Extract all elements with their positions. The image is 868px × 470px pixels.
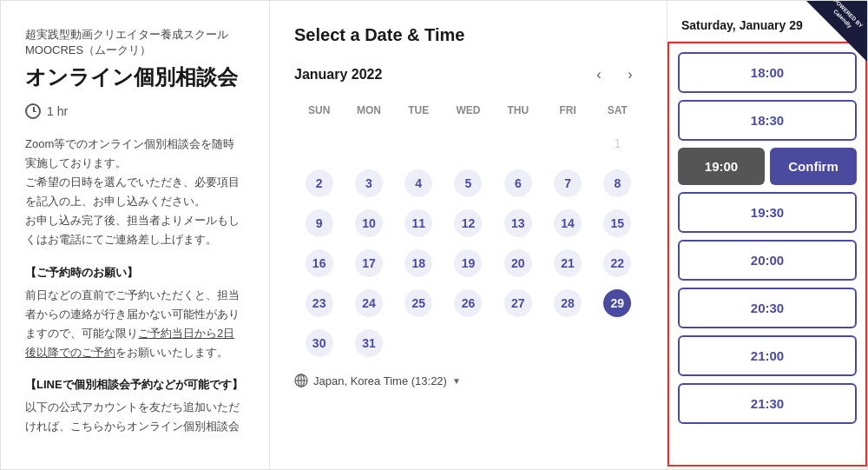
cal-cell-30[interactable]: 30 xyxy=(294,325,344,361)
notice1-link[interactable]: ご予約当日から2日後以降でのご予約 xyxy=(25,327,234,359)
header-tue: TUE xyxy=(394,101,444,120)
event-title: オンライン個別相談会 xyxy=(25,63,245,90)
cal-cell-8[interactable]: 8 xyxy=(593,165,642,202)
time-slot-2130[interactable]: 21:30 xyxy=(678,383,857,424)
header-sat: SAT xyxy=(593,101,642,120)
time-slot-2100[interactable]: 21:00 xyxy=(678,335,857,376)
center-panel: Select a Date & Time January 2022 ‹ › SU… xyxy=(270,1,667,469)
confirm-button[interactable]: Confirm xyxy=(770,148,857,185)
header-mon: MON xyxy=(344,101,393,120)
time-slot-1900[interactable]: 19:00 Confirm xyxy=(678,148,857,185)
notice-block-1: 【ご予約時のお願い】 前日などの直前でご予約いただくと、担当者からの連絡が行き届… xyxy=(25,265,245,362)
cal-cell-16[interactable]: 16 xyxy=(294,245,344,281)
org-name: 超実践型動画クリエイター養成スクールMOOCRES（ムークリ） xyxy=(25,27,245,58)
cal-cell-22[interactable]: 22 xyxy=(593,245,642,281)
cal-cell-23[interactable]: 23 xyxy=(294,285,344,321)
cal-cell-empty xyxy=(593,325,642,361)
cal-cell-24[interactable]: 24 xyxy=(344,285,393,321)
timezone-label: Japan, Korea Time (13:22) xyxy=(313,374,447,387)
cal-cell-31[interactable]: 31 xyxy=(344,325,393,361)
cal-cell-empty xyxy=(493,125,542,162)
cal-cell-11[interactable]: 11 xyxy=(394,205,444,242)
cal-cell-27[interactable]: 27 xyxy=(493,285,542,321)
cal-cell-10[interactable]: 10 xyxy=(344,205,393,242)
cal-cell-28[interactable]: 28 xyxy=(542,285,592,321)
cal-cell-20[interactable]: 20 xyxy=(493,245,542,281)
globe-icon xyxy=(294,374,308,387)
header-thu: THU xyxy=(493,101,542,120)
calendar-header: SUN MON TUE WED THU FRI SAT xyxy=(294,101,642,120)
cal-cell-empty xyxy=(294,125,344,162)
cal-cell-5[interactable]: 5 xyxy=(444,165,493,202)
cal-cell-14[interactable]: 14 xyxy=(542,205,592,242)
cal-cell-6[interactable]: 6 xyxy=(493,165,542,202)
cal-cell-empty xyxy=(444,325,493,361)
page-wrapper: 超実践型動画クリエイター養成スクールMOOCRES（ムークリ） オンライン個別相… xyxy=(0,0,868,470)
cal-cell-17[interactable]: 17 xyxy=(344,245,393,281)
cal-cell-13[interactable]: 13 xyxy=(493,205,542,242)
clock-icon xyxy=(25,103,41,119)
cal-cell-4[interactable]: 4 xyxy=(394,165,444,202)
left-panel: 超実践型動画クリエイター養成スクールMOOCRES（ムークリ） オンライン個別相… xyxy=(1,1,270,469)
cal-cell-21[interactable]: 21 xyxy=(542,245,592,281)
cal-cell-29[interactable]: 29 xyxy=(593,285,642,321)
cal-cell-12[interactable]: 12 xyxy=(444,205,493,242)
cal-cell-18[interactable]: 18 xyxy=(394,245,444,281)
cal-cell-empty xyxy=(493,325,542,361)
cal-cell-19[interactable]: 19 xyxy=(444,245,493,281)
right-panel: Saturday, January 29 18:00 18:30 19:00 C… xyxy=(667,1,867,469)
time-slot-1930[interactable]: 19:30 xyxy=(678,192,857,233)
cal-cell-1: 1 xyxy=(593,125,642,162)
notice2-text: 以下の公式アカウントを友だち追加いただければ、こちらからオンライン個別相談会 xyxy=(25,398,245,436)
header-wed: WED xyxy=(444,101,493,120)
cal-cell-empty xyxy=(542,325,592,361)
cal-cell-2[interactable]: 2 xyxy=(294,165,344,202)
description: Zoom等でのオンライン個別相談会を随時実施しております。 ご希望の日時を選んで… xyxy=(25,135,245,250)
notice1-text: 前日などの直前でご予約いただくと、担当者からの連絡が行き届かない可能性があります… xyxy=(25,286,245,362)
timezone-dropdown-icon: ▼ xyxy=(452,376,461,386)
cal-cell-empty xyxy=(444,125,493,162)
notice1-title: 【ご予約時のお願い】 xyxy=(25,265,245,281)
cal-cell-7[interactable]: 7 xyxy=(542,165,592,202)
time-slot-2030[interactable]: 20:30 xyxy=(678,288,857,328)
cal-cell-15[interactable]: 15 xyxy=(593,205,642,242)
calendar-nav: January 2022 ‹ › xyxy=(294,63,642,87)
calendly-badge-container: POWERED BYCalendly xyxy=(806,1,867,62)
cal-cell-empty xyxy=(394,125,444,162)
cal-cell-empty xyxy=(542,125,592,162)
cal-cell-25[interactable]: 25 xyxy=(394,285,444,321)
timezone-row[interactable]: Japan, Korea Time (13:22) ▼ xyxy=(294,374,642,387)
prev-month-button[interactable]: ‹ xyxy=(587,63,611,87)
notice2-title: 【LINEで個別相談会予約などが可能です】 xyxy=(25,377,245,393)
cal-cell-9[interactable]: 9 xyxy=(294,205,344,242)
cal-cell-26[interactable]: 26 xyxy=(444,285,493,321)
duration-row: 1 hr xyxy=(25,103,245,119)
selected-time-button[interactable]: 19:00 xyxy=(678,148,765,185)
section-title: Select a Date & Time xyxy=(294,25,642,45)
cal-cell-empty xyxy=(394,325,444,361)
cal-cell-3[interactable]: 3 xyxy=(344,165,393,202)
header-fri: FRI xyxy=(542,101,592,120)
cal-cell-empty xyxy=(344,125,393,162)
calendar-month: January 2022 xyxy=(294,67,580,83)
calendar-grid: SUN MON TUE WED THU FRI SAT 1 2 3 xyxy=(294,101,642,361)
duration-label: 1 hr xyxy=(47,104,68,118)
time-slots-container: 18:00 18:30 19:00 Confirm 19:30 20:00 20… xyxy=(667,42,867,467)
next-month-button[interactable]: › xyxy=(618,63,642,87)
time-slot-2000[interactable]: 20:00 xyxy=(678,240,857,281)
header-sun: SUN xyxy=(294,101,344,120)
calendar-body: 1 2 3 4 5 6 7 8 9 10 11 12 13 14 15 16 1… xyxy=(294,125,642,361)
time-slot-1830[interactable]: 18:30 xyxy=(678,100,857,141)
notice-block-2: 【LINEで個別相談会予約などが可能です】 以下の公式アカウントを友だち追加いた… xyxy=(25,377,245,436)
